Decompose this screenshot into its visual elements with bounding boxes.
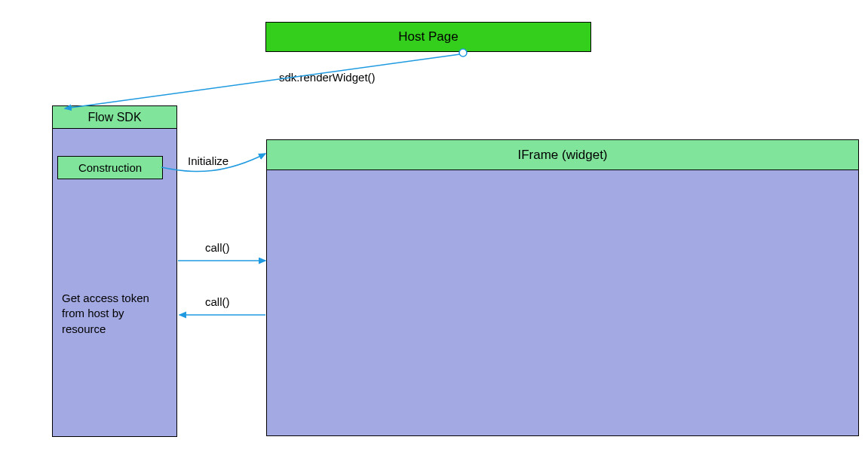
label-render-widget: sdk.renderWidget() bbox=[279, 71, 376, 84]
arrow-host-to-sdk bbox=[65, 54, 460, 108]
construction-label: Construction bbox=[78, 161, 142, 174]
flow-sdk-box: Flow SDK Construction Get access token f… bbox=[52, 105, 177, 437]
label-call-1: call() bbox=[205, 241, 230, 254]
flow-sdk-header: Flow SDK bbox=[53, 106, 176, 129]
label-call-2: call() bbox=[205, 295, 230, 308]
host-page-box: Host Page bbox=[265, 22, 591, 52]
flow-sdk-label: Flow SDK bbox=[87, 111, 141, 124]
iframe-header: IFrame (widget) bbox=[267, 140, 858, 170]
iframe-box: IFrame (widget) bbox=[266, 139, 859, 436]
iframe-label: IFrame (widget) bbox=[517, 148, 607, 163]
flow-sdk-body-text: Get access token from host by resource bbox=[62, 291, 169, 337]
label-initialize: Initialize bbox=[188, 154, 229, 167]
host-page-label: Host Page bbox=[398, 29, 458, 44]
construction-box: Construction bbox=[57, 156, 163, 179]
